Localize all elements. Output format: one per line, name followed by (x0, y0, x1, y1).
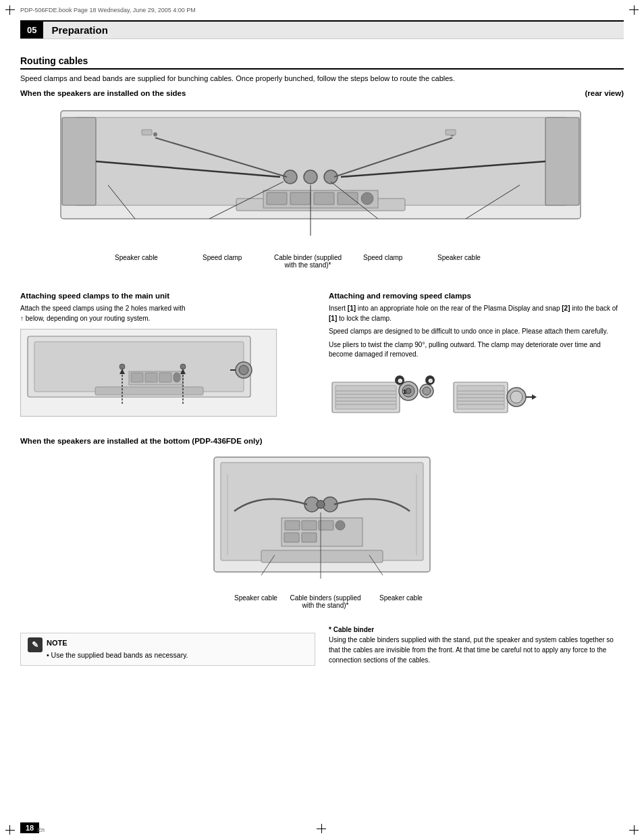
svg-rect-20 (142, 130, 152, 135)
svg-rect-76 (285, 521, 300, 530)
svg-rect-7 (290, 192, 311, 205)
svg-rect-3 (62, 117, 96, 205)
bottom-label-cable-binders: Cable binders (suppliedwith the stand)* (288, 594, 363, 609)
asterisk-title: * Cable binder (329, 626, 374, 633)
page-number: 18 (20, 822, 39, 833)
svg-point-38 (239, 365, 248, 375)
corner-mark-tl (5, 5, 19, 19)
asterisk-content: * Cable binder Using the cable binders s… (329, 625, 624, 665)
bottom-center-mark (317, 824, 327, 835)
note-content: NOTE • Use the supplied bead bands as ne… (47, 637, 188, 661)
label-speaker-cable-right: Speaker cable (437, 254, 481, 261)
note-section: ✎ NOTE • Use the supplied bead bands as … (20, 625, 624, 666)
svg-marker-71 (532, 394, 537, 400)
svg-text:❶: ❶ (398, 378, 402, 384)
right-section-title: Attaching and removing speed clamps (329, 292, 624, 300)
page-lang: En (37, 826, 45, 833)
right-section-para2: Speed clamps are designed to be difficul… (329, 327, 624, 337)
corner-mark-bl (5, 821, 19, 835)
svg-rect-81 (302, 533, 317, 542)
top-diagram-caption-right: (rear view) (585, 89, 624, 97)
clamp-insert-diagram: 1 ❶ ❷ (329, 365, 437, 426)
label-cable-binder: Cable binder (suppliedwith the stand)* (267, 254, 348, 269)
bottom-diagram-svg (207, 450, 437, 592)
svg-rect-33 (159, 373, 171, 382)
chapter-title: Preparation (51, 24, 107, 36)
top-bar: PDP-506FDE.book Page 18 Wednesday, June … (20, 7, 624, 14)
top-diagram-caption-left: When the speakers are installed on the s… (20, 89, 186, 97)
svg-rect-8 (314, 192, 334, 205)
left-section-title: Attaching speed clamps to the main unit (20, 292, 315, 300)
svg-text:1: 1 (403, 388, 406, 395)
svg-rect-10 (361, 192, 373, 205)
note-icon: ✎ (28, 637, 43, 652)
svg-rect-34 (173, 373, 180, 382)
bottom-label-speaker-left: Speaker cable (234, 594, 277, 602)
svg-point-12 (304, 170, 317, 184)
svg-rect-77 (302, 521, 317, 530)
label-speaker-cable-left: Speaker cable (115, 254, 158, 261)
svg-rect-80 (284, 533, 299, 542)
svg-rect-4 (545, 117, 579, 205)
note-bullet: • Use the supplied bead bands as necessa… (47, 650, 188, 661)
right-section-para1: Insert [1] into an appropriate hole on t… (329, 304, 624, 323)
svg-text:❷: ❷ (428, 378, 433, 384)
svg-rect-6 (267, 192, 287, 205)
corner-mark-br (625, 821, 639, 835)
svg-point-18 (153, 132, 157, 136)
main-content: Routing cables Speed clamps and bead ban… (20, 47, 624, 813)
svg-point-84 (317, 500, 325, 508)
svg-point-36 (180, 364, 186, 369)
svg-rect-74 (261, 550, 383, 562)
svg-rect-31 (131, 373, 143, 382)
note-col: ✎ NOTE • Use the supplied bead bands as … (20, 625, 315, 666)
chapter-header: 05 Preparation (20, 20, 624, 39)
svg-point-35 (119, 364, 125, 369)
bottom-section-title: When the speakers are installed at the b… (20, 437, 624, 445)
svg-point-69 (510, 391, 522, 403)
note-title: NOTE (47, 637, 188, 649)
corner-mark-tr (625, 5, 639, 19)
clamp-remove-diagram (450, 365, 538, 426)
left-section-body: Attach the speed clamps using the 2 hole… (20, 304, 315, 323)
right-column: Attaching and removing speed clamps Inse… (329, 292, 624, 426)
file-info: PDP-506FDE.book Page 18 Wednesday, June … (20, 7, 196, 14)
right-section-para3: Use pliers to twist the clamp 90°, pulli… (329, 340, 624, 360)
asterisk-col: * Cable binder Using the cable binders s… (329, 625, 624, 666)
intro-text: Speed clamps and bead bands are supplied… (20, 74, 624, 84)
svg-point-53 (406, 388, 411, 394)
svg-rect-29 (95, 387, 203, 395)
svg-rect-9 (338, 192, 358, 205)
bottom-label-speaker-right: Speaker cable (379, 594, 423, 602)
left-sub-diagram (20, 329, 277, 417)
svg-rect-32 (145, 373, 157, 382)
label-speed-clamp-left: Speed clamp (203, 254, 242, 261)
svg-point-58 (423, 387, 431, 395)
svg-rect-21 (446, 130, 456, 135)
left-column: Attaching speed clamps to the main unit … (20, 292, 315, 426)
chapter-badge: 05 (20, 22, 43, 38)
section-title: Routing cables (20, 55, 624, 70)
asterisk-body: Using the cable binders supplied with th… (329, 636, 614, 664)
note-box: ✎ NOTE • Use the supplied bead bands as … (20, 633, 315, 666)
svg-rect-79 (336, 521, 345, 530)
label-speed-clamp-right: Speed clamp (363, 254, 402, 261)
bottom-section: When the speakers are installed at the b… (20, 437, 624, 666)
main-diagram-svg (20, 104, 621, 253)
